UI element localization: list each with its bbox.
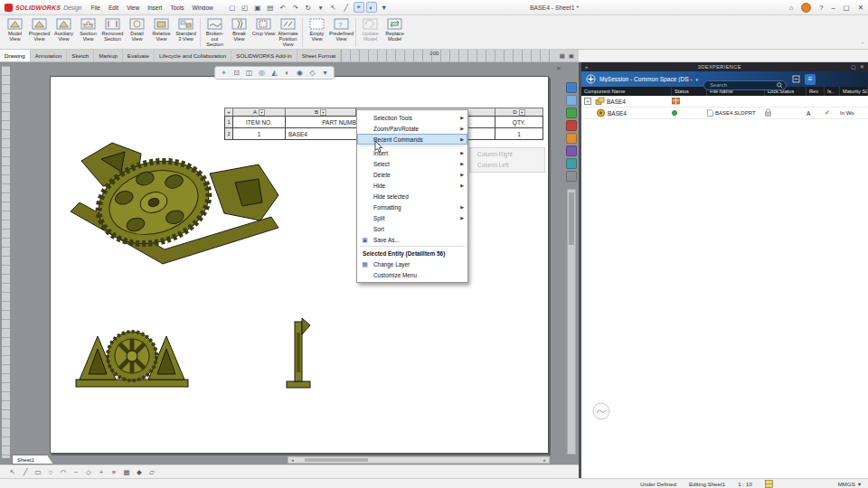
pattern-tool-icon[interactable]: ≡	[108, 466, 119, 477]
tab-sketch[interactable]: Sketch	[67, 50, 94, 61]
panel-menu-icon[interactable]: ≡	[805, 74, 816, 85]
menu-insert[interactable]: Insert	[147, 5, 162, 11]
circle-tool-icon[interactable]: ○	[45, 466, 56, 477]
dimension-tool-icon[interactable]: ◆	[134, 466, 145, 477]
point-tool-icon[interactable]: +	[96, 466, 107, 477]
side-toolbar-icon[interactable]	[566, 145, 577, 156]
drawing-workspace[interactable]: ⌖ ⊡ ◫ ◎ ◭ ◐ ◉ ◇ ▾ ✕ + A▾ B▾ ▾ D▾	[0, 62, 579, 465]
save-icon[interactable]: ▣	[252, 2, 263, 13]
menu-item-sort[interactable]: Sort	[357, 223, 467, 234]
line-tool-icon[interactable]: ╱	[20, 466, 31, 477]
menu-item-change-layer[interactable]: ▦Change Layer	[357, 258, 467, 269]
open-icon[interactable]: ◰	[240, 2, 250, 13]
bom-header-qty[interactable]: QTY.	[495, 116, 543, 128]
trim-tool-icon[interactable]: ▱	[146, 466, 157, 477]
predefined-view-button[interactable]: ?Predefined View	[329, 17, 354, 42]
model-view-button[interactable]: Model View	[3, 17, 27, 42]
empty-view-button[interactable]: Empty View	[305, 17, 329, 42]
help-icon[interactable]: ?	[819, 4, 823, 12]
ribbon-collapse-icon[interactable]: ˆ	[862, 42, 863, 47]
bom-cell-qty[interactable]: 1	[495, 127, 543, 140]
column-dropdown-icon[interactable]: ▾	[320, 109, 326, 116]
auxiliary-view-button[interactable]: Auxiliary View	[52, 17, 76, 42]
undo-icon[interactable]: ↶	[278, 2, 288, 13]
break-view-button[interactable]: Break View	[227, 17, 251, 42]
minimize-icon[interactable]: –	[831, 4, 835, 12]
column-component-name[interactable]: Component Name	[581, 87, 672, 96]
isometric-view[interactable]	[56, 128, 282, 277]
close-icon[interactable]: ✕	[858, 4, 863, 12]
standard-3-view-button[interactable]: Standard 3 View	[174, 17, 198, 42]
vertical-scrollbar-thumb[interactable]	[569, 192, 574, 245]
search-icon[interactable]	[777, 76, 783, 92]
view-orientation-icon[interactable]: ◭	[269, 69, 280, 77]
zoom-area-icon[interactable]: ⊡	[231, 69, 242, 77]
hatch-tool-icon[interactable]: ▦	[121, 466, 132, 477]
zoom-fit-icon[interactable]: ⌖	[218, 69, 230, 78]
tab-lifecycle-and-collaboration[interactable]: Lifecycle and Collaboration	[155, 50, 231, 61]
tab-annotation[interactable]: Annotation	[31, 50, 68, 61]
side-toolbar-icon[interactable]	[566, 82, 577, 93]
projected-view-button[interactable]: Projected View	[27, 17, 52, 42]
tab-markup[interactable]: Markup	[94, 50, 123, 61]
previous-view-icon[interactable]: ◫	[243, 69, 255, 77]
side-toolbar-icon[interactable]	[566, 171, 577, 182]
search-input[interactable]	[703, 80, 787, 90]
document-close-icon[interactable]: ✕	[556, 65, 561, 72]
bom-cell-item-no[interactable]: 1	[232, 127, 286, 140]
menu-item-hide[interactable]: Hide▶	[357, 180, 467, 191]
rectangle-tool-icon[interactable]: ▭	[33, 466, 43, 477]
bom-header-item-no[interactable]: ITEM NO.	[232, 116, 286, 128]
column-dropdown-icon[interactable]: ▾	[519, 109, 525, 116]
column-rev[interactable]: Rev	[807, 87, 825, 96]
side-toolbar-icon[interactable]	[566, 133, 577, 144]
detail-view-button[interactable]: Detail View	[125, 17, 149, 42]
column-maturity-state[interactable]: Maturity St	[840, 87, 868, 96]
side-view[interactable]	[285, 314, 312, 394]
menu-tools[interactable]: Tools	[170, 5, 184, 11]
arc-tool-icon[interactable]: ◠	[58, 466, 69, 477]
column-status[interactable]: Status	[672, 87, 707, 96]
alternate-position-view-button[interactable]: Alternate Position View	[276, 17, 300, 47]
horizontal-scrollbar[interactable]: ◂ ▸	[288, 456, 550, 464]
display-style-icon[interactable]: ◐	[281, 69, 293, 77]
menu-edit[interactable]: Edit	[108, 5, 118, 11]
appearance-icon[interactable]: ◇	[307, 69, 318, 77]
view-settings-icon[interactable]: ▾	[319, 69, 331, 77]
menu-file[interactable]: File	[90, 5, 99, 11]
menu-window[interactable]: Window	[193, 5, 213, 11]
removed-section-button[interactable]: Removed Section	[100, 17, 125, 42]
menu-view[interactable]: View	[127, 5, 139, 11]
menu-item-selection-tools[interactable]: Selection Tools▶	[357, 112, 467, 123]
units-selector[interactable]: MMGS ▾	[838, 481, 861, 487]
side-toolbar-icon[interactable]	[566, 120, 577, 131]
tab-evaluate[interactable]: Evaluate	[123, 50, 155, 61]
component-row[interactable]: BASE4 BASE4.SLDPRT A ✓ In Wo	[581, 108, 868, 119]
side-toolbar-icon[interactable]	[566, 95, 577, 106]
side-toolbar-icon[interactable]	[566, 158, 577, 169]
panel-close-icon[interactable]: ✕	[860, 64, 864, 70]
sheet-scale[interactable]: 1 : 10	[738, 481, 751, 487]
bookmark-icon[interactable]	[790, 74, 801, 85]
dimension-icon[interactable]: ⌖	[354, 2, 364, 13]
panel-popout-icon[interactable]: ▢	[851, 64, 856, 70]
new-document-icon[interactable]: ▢	[227, 2, 238, 13]
compass-icon[interactable]	[585, 74, 596, 85]
user-avatar[interactable]	[801, 3, 811, 13]
menu-item-zoom-pan-rotate[interactable]: Zoom/Pan/Rotate▶	[357, 123, 467, 134]
side-toolbar-icon[interactable]	[566, 108, 577, 118]
polygon-tool-icon[interactable]: ◇	[83, 466, 94, 477]
menu-item-select[interactable]: Select▶	[357, 158, 467, 169]
session-title[interactable]: MySession - Common Space (DS -	[599, 76, 693, 82]
tab-sheet-format[interactable]: Sheet Format	[297, 50, 342, 61]
grid-icon[interactable]: ▦	[560, 52, 565, 60]
tab-solidworks-add-in[interactable]: SOLIDWORKS Add-In	[231, 50, 297, 61]
restore-icon[interactable]: ▢	[844, 4, 850, 12]
expand-icon[interactable]: +	[584, 98, 591, 105]
tab-drawing[interactable]: Drawing	[0, 50, 31, 61]
ruler-close-icon[interactable]: ▣	[569, 52, 574, 60]
spline-tool-icon[interactable]: ~	[71, 466, 81, 477]
column-is[interactable]: Is..	[825, 87, 840, 96]
filter-icon[interactable]: ▼	[379, 2, 390, 13]
menu-item-hide-selected[interactable]: Hide selected	[357, 191, 467, 202]
